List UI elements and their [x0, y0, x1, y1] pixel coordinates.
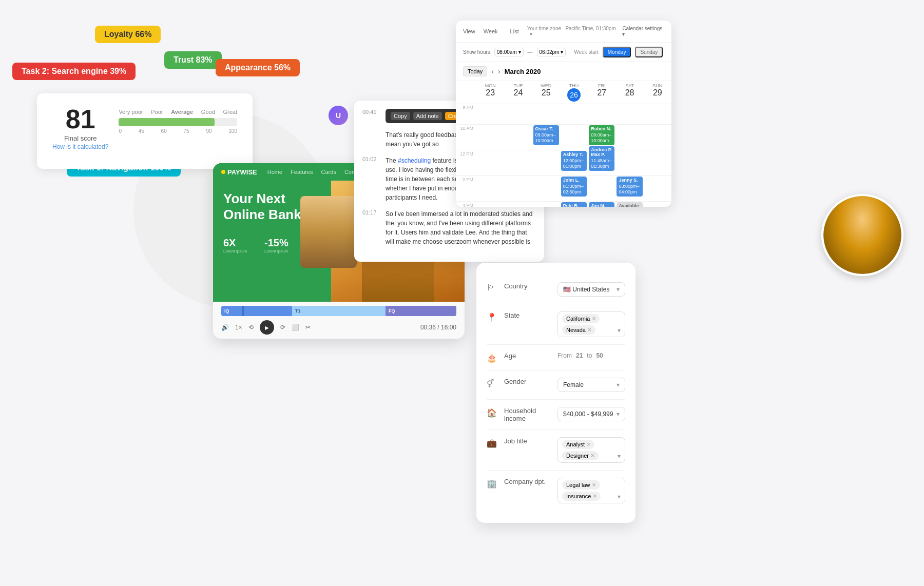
add-note-btn[interactable]: Add note [413, 112, 442, 120]
age-to-label: to [587, 352, 592, 359]
score-calc-link[interactable]: How is it calculated? [52, 143, 108, 150]
cal-prev-btn[interactable]: ‹ [491, 67, 494, 75]
job-tag-designer[interactable]: Designer × [562, 451, 599, 460]
income-label: Household income [504, 407, 550, 422]
play-button[interactable]: ▶ [260, 320, 274, 335]
cal-next-btn[interactable]: › [498, 67, 500, 75]
company-tag-legallaw-remove[interactable]: × [592, 481, 595, 489]
cal-event-ashley[interactable]: Ashley T. 12:00pm–01:00pm [561, 151, 587, 171]
cal-day-mon: MON23 [476, 83, 504, 102]
state-value[interactable]: California × Nevada × [557, 311, 625, 337]
job-value[interactable]: Analyst × Designer × [557, 437, 625, 463]
cal-day-sat: SAT28 [615, 83, 643, 102]
state-tag-california-remove[interactable]: × [592, 315, 595, 322]
cal-today-btn[interactable]: Today [463, 66, 487, 76]
transcript-time-2: 01:02 [362, 156, 380, 202]
age-from-value[interactable]: 21 [576, 352, 583, 359]
company-tag-legallaw[interactable]: Legal law × [562, 480, 600, 490]
cal-event-jim[interactable]: Jim M. 04:45pm–05:45pm [589, 202, 614, 207]
income-value[interactable]: $40,000 - $49,999 [557, 407, 625, 421]
cal-week-btn[interactable]: Week [479, 27, 502, 36]
company-tags[interactable]: Legal law × Insurance × [557, 478, 625, 503]
age-to-value[interactable]: 50 [596, 352, 603, 359]
face-cutout [300, 196, 357, 268]
loyalty-label: Loyalty 66% [95, 26, 161, 43]
cal-event-oscar[interactable]: Oscar T. 09:00am–10:00am [533, 125, 559, 145]
gender-select[interactable]: Female [557, 378, 625, 392]
job-tag-analyst-remove[interactable]: × [587, 441, 590, 448]
cal-event-available[interactable]: Available Time 04:30pm–05:00pm [617, 202, 642, 207]
company-chevron [618, 492, 621, 501]
cal-row-10am: 10 AM Oscar T. 09:00am–10:00am Ruben N. … [456, 125, 671, 150]
caption-icon[interactable]: ⬜ [292, 324, 299, 331]
state-tag-nevada-remove[interactable]: × [588, 326, 591, 334]
gender-value[interactable]: Female [557, 378, 625, 392]
gender-chevron [617, 381, 620, 388]
calendar-body: 8 AM 10 AM Oscar T. 09:00am–10:00am Rube… [456, 104, 671, 207]
country-chevron [617, 286, 620, 293]
job-tags[interactable]: Analyst × Designer × [557, 437, 625, 463]
job-icon: 💼 [487, 438, 497, 448]
cal-settings[interactable]: Calendar settings ▾ [622, 26, 664, 37]
country-label: Country [504, 282, 550, 290]
age-icon: 🎂 [487, 353, 497, 363]
gender-label: Gender [504, 378, 550, 385]
bar-labels: Very poorPoorAverageGoodGreat [119, 109, 237, 115]
rewind-icon[interactable]: ⟲ [248, 324, 254, 331]
score-bar-fill [119, 118, 215, 126]
controls-row: 🔊 1× ⟲ ▶ ⟳ ⬜ ✂ 00:36 / 16:00 [221, 320, 456, 335]
cal-event-jenny[interactable]: Jenny S. 03:00pm–04:00pm [617, 177, 642, 197]
demo-row-job: 💼 Job title Analyst × Designer × [487, 430, 625, 471]
state-tags[interactable]: California × Nevada × [557, 311, 625, 337]
cal-show-label: Show hours [463, 49, 490, 55]
income-icon: 🏠 [487, 408, 497, 418]
calendar-nav: Today ‹ › March 2020 [456, 62, 671, 81]
transcript-time-3: 01:17 [362, 209, 380, 246]
cal-view-label: View [463, 28, 475, 34]
job-tag-analyst[interactable]: Analyst × [562, 440, 594, 449]
demo-row-gender: ⚥ Gender Female [487, 370, 625, 400]
cal-hours-end[interactable]: 06:02pm ▾ [537, 48, 566, 56]
state-tag-nevada[interactable]: Nevada × [562, 325, 595, 335]
calendar-header: View Week List Your time zone Pacific Ti… [456, 21, 671, 43]
demo-row-country: 🏳 Country 🇺🇸 United States [487, 275, 625, 304]
cal-sunday-btn[interactable]: Sunday [635, 47, 663, 57]
cal-monday-btn[interactable]: Monday [603, 47, 631, 57]
speed-display[interactable]: 1× [235, 324, 242, 331]
forward-icon[interactable]: ⟳ [280, 324, 285, 331]
task2-label: Task 2: Search engine 39% [12, 63, 136, 80]
cal-event-john[interactable]: John L. 01:30pm–02:30pm [561, 177, 587, 197]
age-label: Age [504, 352, 550, 360]
job-tag-designer-remove[interactable]: × [591, 452, 594, 459]
state-icon: 📍 [487, 312, 497, 322]
timeline-bar[interactable]: IQ T1 FQ [221, 306, 456, 316]
paywise-logo: PAYWISE [221, 168, 257, 176]
demo-row-age: 🎂 Age From 21 to 50 [487, 345, 625, 370]
cal-event-max[interactable]: Max P. 11:45am–01:30pm [589, 151, 614, 171]
cal-day-sun: SUN29 [644, 83, 671, 102]
cal-hours-start[interactable]: 08:00am ▾ [494, 48, 524, 56]
company-tag-insurance[interactable]: Insurance × [562, 492, 601, 501]
paywise-stat-2: -15% Lorem ipsum [264, 237, 295, 258]
volume-icon[interactable]: 🔊 [221, 324, 229, 331]
cal-event-ruben[interactable]: Ruben N. 09:00am–10:00am [589, 125, 614, 145]
state-tag-california[interactable]: California × [562, 314, 600, 323]
company-value[interactable]: Legal law × Insurance × [557, 478, 625, 503]
cal-list-btn[interactable]: List [506, 27, 523, 36]
cal-day-tue: TUE24 [504, 83, 532, 102]
company-tag-insurance-remove[interactable]: × [593, 493, 596, 500]
cal-row-12pm: 12 PM Ashley T. 12:00pm–01:00pm Max P. 1… [456, 150, 671, 176]
country-select[interactable]: 🇺🇸 United States [557, 282, 625, 297]
score-value: 81 [52, 104, 108, 134]
company-icon: 🏢 [487, 479, 497, 489]
copy-btn[interactable]: Copy [391, 112, 410, 120]
cal-row-4pm: 4 PM Pete B. 04:30pm–05:30pm Jim M. 04:4… [456, 202, 671, 207]
country-value[interactable]: 🇺🇸 United States [557, 282, 625, 297]
cal-event-pete[interactable]: Pete B. 04:30pm–05:30pm [561, 202, 587, 207]
time-display: 00:36 / 16:00 [420, 324, 456, 331]
trust-label: Trust 83% [164, 51, 222, 69]
income-select[interactable]: $40,000 - $49,999 [557, 407, 625, 421]
age-range: From 21 to 50 [557, 352, 625, 359]
appearance-label: Appearance 56% [216, 59, 300, 76]
scissors-icon[interactable]: ✂ [305, 324, 311, 331]
